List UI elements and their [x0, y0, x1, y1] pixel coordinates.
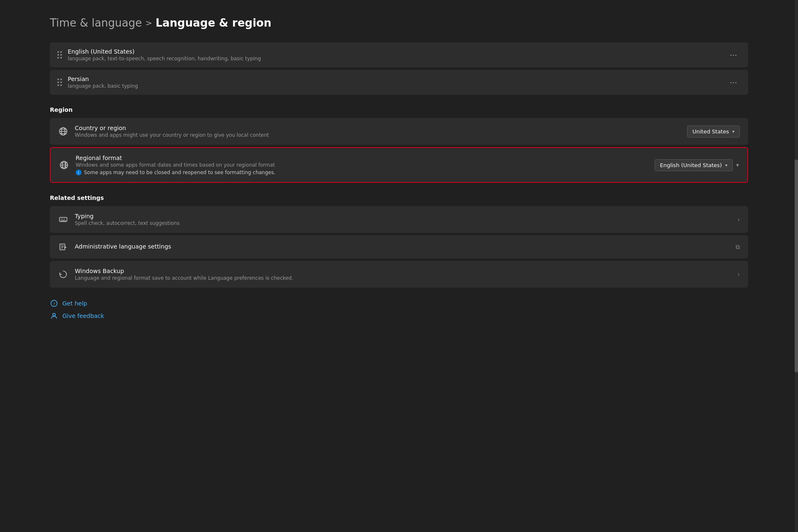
backup-icon: [58, 269, 68, 279]
admin-icon: [58, 242, 68, 252]
drag-handle[interactable]: [57, 79, 62, 86]
typing-item[interactable]: Typing Spell check, autocorrect, text su…: [50, 206, 748, 233]
country-region-name: Country or region: [75, 125, 680, 131]
language-info: Persian language pack, basic typing: [68, 76, 721, 89]
regional-format-desc: Windows and some apps format dates and t…: [76, 162, 648, 168]
scrollbar-thumb[interactable]: [795, 160, 798, 372]
keyboard-icon: [58, 214, 68, 224]
language-name: English (United States): [68, 48, 721, 55]
feedback-icon: [50, 312, 58, 320]
globe-icon: [58, 126, 68, 136]
svg-point-23: [53, 313, 55, 316]
windows-backup-desc: Language and regional format save to acc…: [75, 275, 731, 281]
svg-text:?: ?: [53, 301, 55, 306]
regional-format-note-text: Some apps may need to be closed and reop…: [84, 170, 276, 175]
language-more-button[interactable]: ···: [727, 49, 741, 61]
main-content: Time & language > Language & region Engl…: [0, 0, 798, 532]
get-help-link[interactable]: ? Get help: [50, 299, 748, 308]
list-item: English (United States) language pack, t…: [50, 42, 748, 67]
regional-format-note: i Some apps may need to be closed and re…: [76, 170, 648, 175]
give-feedback-link[interactable]: Give feedback: [50, 312, 748, 320]
give-feedback-label: Give feedback: [62, 313, 104, 319]
regional-format-icon: [59, 160, 69, 170]
footer-links: ? Get help Give feedback: [50, 299, 748, 320]
list-item: Persian language pack, basic typing ···: [50, 70, 748, 95]
windows-backup-item[interactable]: Windows Backup Language and regional for…: [50, 261, 748, 288]
region-settings-list: Country or region Windows and apps might…: [50, 118, 748, 183]
language-name: Persian: [68, 76, 721, 82]
expand-icon[interactable]: ▾: [736, 162, 739, 168]
breadcrumb: Time & language > Language & region: [50, 17, 748, 29]
regional-format-dropdown[interactable]: English (United States) ▾: [655, 159, 733, 171]
admin-language-name: Administrative language settings: [75, 243, 729, 250]
typing-info: Typing Spell check, autocorrect, text su…: [75, 213, 731, 226]
breadcrumb-parent[interactable]: Time & language: [50, 17, 142, 29]
chevron-down-icon: ▾: [725, 163, 727, 167]
windows-backup-name: Windows Backup: [75, 268, 731, 274]
external-link-icon: ⧉: [736, 244, 740, 251]
country-region-dropdown[interactable]: United States ▾: [687, 126, 740, 138]
regional-format-name: Regional format: [76, 155, 648, 161]
language-list: English (United States) language pack, t…: [50, 42, 748, 95]
related-settings-list: Typing Spell check, autocorrect, text su…: [50, 206, 748, 288]
info-icon: i: [76, 170, 81, 175]
drag-handle[interactable]: [57, 51, 62, 59]
region-section-heading: Region: [50, 106, 748, 113]
country-region-item[interactable]: Country or region Windows and apps might…: [50, 118, 748, 145]
breadcrumb-current: Language & region: [155, 17, 271, 29]
regional-format-info: Regional format Windows and some apps fo…: [76, 155, 648, 175]
typing-desc: Spell check, autocorrect, text suggestio…: [75, 220, 731, 226]
regional-format-item[interactable]: Regional format Windows and some apps fo…: [50, 147, 748, 183]
country-region-info: Country or region Windows and apps might…: [75, 125, 680, 138]
dropdown-value: United States: [692, 128, 729, 135]
get-help-label: Get help: [62, 300, 87, 307]
admin-language-item[interactable]: Administrative language settings ⧉: [50, 235, 748, 259]
scrollbar[interactable]: [795, 0, 798, 532]
admin-language-info: Administrative language settings: [75, 243, 729, 251]
chevron-right-icon: ›: [737, 216, 740, 223]
language-details: language pack, text-to-speech, speech re…: [68, 56, 721, 62]
country-region-desc: Windows and apps might use your country …: [75, 132, 680, 138]
regional-format-control: English (United States) ▾ ▾: [655, 159, 739, 171]
language-more-button[interactable]: ···: [727, 76, 741, 89]
help-icon: ?: [50, 299, 58, 308]
settings-window: Time & language > Language & region Engl…: [0, 0, 798, 532]
dropdown-value: English (United States): [660, 162, 722, 168]
language-details: language pack, basic typing: [68, 83, 721, 89]
country-region-control: United States ▾: [687, 126, 740, 138]
windows-backup-info: Windows Backup Language and regional for…: [75, 268, 731, 281]
related-section-heading: Related settings: [50, 195, 748, 201]
chevron-down-icon: ▾: [732, 129, 734, 134]
chevron-right-icon: ›: [737, 271, 740, 278]
breadcrumb-separator: >: [145, 18, 152, 28]
language-info: English (United States) language pack, t…: [68, 48, 721, 62]
typing-name: Typing: [75, 213, 731, 219]
